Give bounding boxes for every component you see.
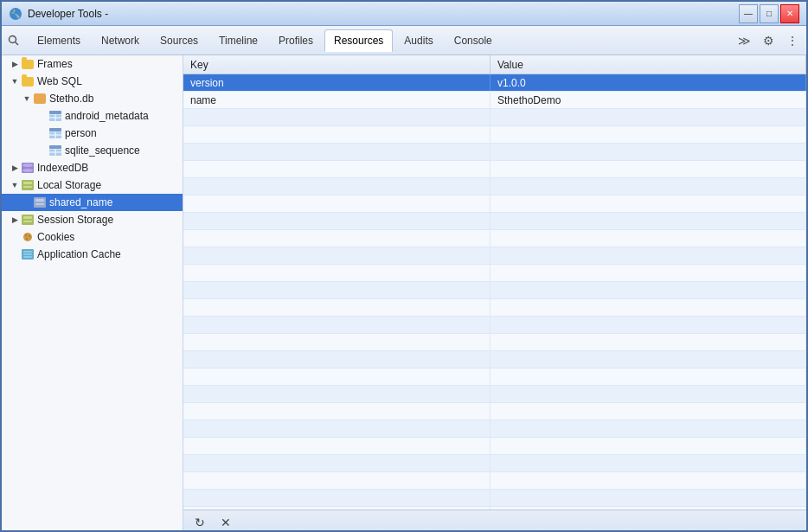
table-row[interactable] — [183, 420, 806, 438]
app-icon: 🔧 — [9, 7, 22, 21]
toggle-sthetho[interactable]: ▼ — [21, 93, 33, 105]
table-row[interactable] — [183, 317, 806, 334]
sidebar: ▶ Frames ▼ Web SQL ▼ Stetho.db — [2, 55, 183, 532]
maximize-button[interactable]: □ — [760, 4, 779, 23]
sidebar-item-frames[interactable]: ▶ Frames — [2, 55, 183, 73]
tab-console[interactable]: Console — [445, 29, 502, 52]
cell-value-name: SthethoDemo — [491, 92, 806, 108]
sidebar-item-android-metadata[interactable]: android_metadata — [2, 107, 183, 125]
svg-rect-31 — [23, 216, 32, 219]
table-row[interactable]: name SthethoDemo — [183, 92, 806, 109]
clear-button[interactable]: ✕ — [216, 513, 235, 532]
toggle-sessionstorage[interactable]: ▶ — [9, 214, 21, 226]
svg-rect-24 — [22, 180, 34, 190]
table-row[interactable] — [183, 369, 806, 386]
sidebar-item-shared-name[interactable]: shared_name — [2, 194, 183, 211]
table-row[interactable] — [183, 299, 806, 317]
toggle-frames[interactable]: ▶ — [9, 58, 21, 70]
sidebar-item-sqlite-sequence[interactable]: sqlite_sequence — [2, 142, 183, 159]
table-row[interactable] — [183, 438, 806, 455]
sidebar-item-websql[interactable]: ▼ Web SQL — [2, 73, 183, 90]
close-button[interactable]: ✕ — [780, 4, 799, 23]
table-row[interactable] — [183, 403, 806, 420]
table-row[interactable] — [183, 351, 806, 369]
db-icon — [33, 92, 47, 106]
header-key: Key — [183, 55, 491, 74]
table-row[interactable] — [183, 265, 806, 282]
svg-rect-38 — [23, 251, 32, 253]
svg-point-35 — [29, 235, 30, 237]
svg-rect-32 — [23, 221, 32, 222]
table-row[interactable] — [183, 455, 806, 472]
sidebar-item-person[interactable]: person — [2, 125, 183, 142]
table-row[interactable]: version v1.0.0 — [183, 74, 806, 92]
table-icon-person — [48, 126, 62, 140]
sidebar-item-indexeddb[interactable]: ▶ IndexedDB — [2, 159, 183, 176]
folder-icon — [21, 57, 35, 71]
table-row[interactable] — [183, 144, 806, 161]
tab-timeline[interactable]: Timeline — [209, 29, 267, 52]
table-row[interactable] — [183, 282, 806, 299]
appcache-label: Application Cache — [37, 248, 121, 260]
table-icon-sqlite — [48, 144, 62, 157]
svg-rect-29 — [35, 203, 44, 205]
toolbar-right: ≫ ⚙ ⋮ — [734, 30, 803, 51]
sidebar-item-localstorage[interactable]: ▼ Local Storage — [2, 176, 183, 194]
svg-rect-8 — [49, 111, 61, 114]
table-row[interactable] — [183, 195, 806, 213]
table-row[interactable] — [183, 386, 806, 403]
shared-icon — [33, 195, 47, 209]
table-row[interactable] — [183, 161, 806, 178]
svg-rect-18 — [49, 145, 61, 149]
window-title: Developer Tools - — [28, 8, 739, 20]
svg-point-23 — [22, 169, 33, 172]
svg-point-33 — [23, 233, 32, 241]
tab-profiles[interactable]: Profiles — [269, 29, 323, 52]
svg-rect-40 — [23, 256, 32, 258]
dock-button[interactable]: ≫ — [734, 30, 754, 51]
main-container: ▶ Frames ▼ Web SQL ▼ Stetho.db — [2, 55, 806, 532]
table-row[interactable] — [183, 472, 806, 490]
svg-rect-39 — [23, 253, 32, 255]
table-row[interactable] — [183, 126, 806, 144]
websql-label: Web SQL — [37, 75, 82, 87]
svg-rect-26 — [23, 186, 32, 188]
search-icon[interactable] — [5, 32, 22, 49]
svg-point-34 — [25, 234, 27, 236]
table-row[interactable] — [183, 334, 806, 351]
sthetho-db-label: Stetho.db — [49, 93, 93, 105]
tab-resources[interactable]: Resources — [324, 29, 393, 52]
sidebar-item-sthetho-db[interactable]: ▼ Stetho.db — [2, 90, 183, 107]
table-header: Key Value — [183, 55, 806, 74]
cookies-icon — [21, 230, 35, 244]
table-row[interactable] — [183, 178, 806, 195]
table-row[interactable] — [183, 213, 806, 230]
menu-button[interactable]: ⋮ — [782, 30, 803, 51]
table-row[interactable] — [183, 247, 806, 265]
minimize-button[interactable]: — — [739, 4, 758, 23]
tab-elements[interactable]: Elements — [28, 29, 90, 52]
table-row[interactable] — [183, 490, 806, 507]
svg-rect-28 — [35, 199, 44, 202]
svg-point-36 — [26, 238, 28, 240]
toggle-indexeddb[interactable]: ▶ — [9, 162, 21, 174]
toggle-appcache — [9, 248, 21, 260]
table-row[interactable] — [183, 230, 806, 247]
toggle-shared — [21, 196, 33, 208]
tab-audits[interactable]: Audits — [394, 29, 442, 52]
toggle-localstorage[interactable]: ▼ — [9, 179, 21, 191]
tab-network[interactable]: Network — [92, 29, 149, 52]
refresh-button[interactable]: ↻ — [190, 513, 209, 532]
settings-button[interactable]: ⚙ — [758, 30, 779, 51]
sidebar-item-cookies[interactable]: Cookies — [2, 228, 183, 246]
cookies-label: Cookies — [37, 231, 74, 243]
table-icon — [48, 109, 62, 123]
toggle-sqlite — [36, 144, 48, 157]
sidebar-item-sessionstorage[interactable]: ▶ Session Storage — [2, 211, 183, 228]
tab-sources[interactable]: Sources — [151, 29, 208, 52]
sidebar-item-appcache[interactable]: Application Cache — [2, 246, 183, 263]
toggle-websql[interactable]: ▼ — [9, 75, 21, 87]
table-row[interactable] — [183, 109, 806, 126]
frames-label: Frames — [37, 58, 73, 70]
indexeddb-label: IndexedDB — [37, 162, 88, 174]
